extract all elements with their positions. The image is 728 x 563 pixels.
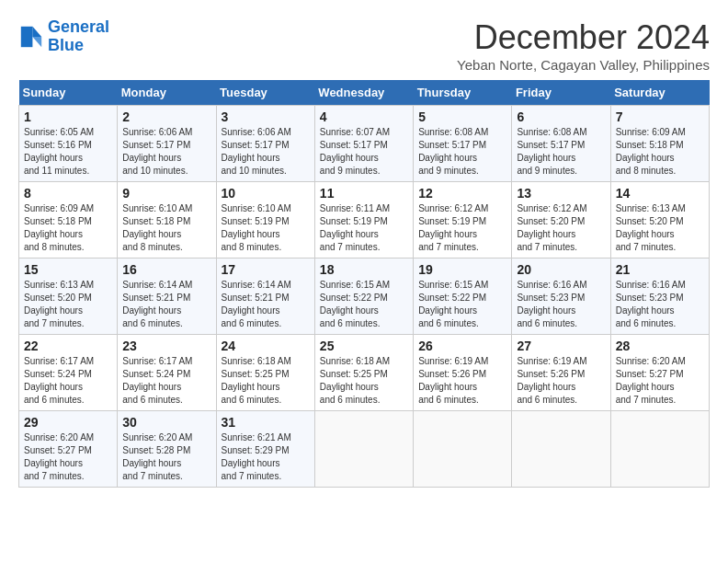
calendar-cell: 25 Sunrise: 6:18 AM Sunset: 5:25 PM Dayl… (314, 335, 413, 411)
calendar-cell: 21 Sunrise: 6:16 AM Sunset: 5:23 PM Dayl… (610, 259, 709, 335)
day-number: 16 (122, 262, 210, 277)
day-number: 15 (24, 262, 112, 277)
day-info: Sunrise: 6:20 AM Sunset: 5:27 PM Dayligh… (24, 431, 112, 483)
day-info: Sunrise: 6:11 AM Sunset: 5:19 PM Dayligh… (320, 202, 408, 254)
day-info: Sunrise: 6:19 AM Sunset: 5:26 PM Dayligh… (418, 355, 506, 407)
day-info: Sunrise: 6:13 AM Sunset: 5:20 PM Dayligh… (24, 279, 112, 330)
calendar-cell: 19 Sunrise: 6:15 AM Sunset: 5:22 PM Dayl… (414, 259, 512, 335)
calendar-cell: 10 Sunrise: 6:10 AM Sunset: 5:19 PM Dayl… (216, 182, 314, 259)
title-section: December 2024 Yeban Norte, Cagayan Valle… (457, 18, 710, 73)
calendar-cell: 6 Sunrise: 6:08 AM Sunset: 5:17 PM Dayli… (512, 106, 610, 182)
logo-icon (18, 24, 44, 50)
month-title: December 2024 (457, 18, 710, 57)
calendar-cell: 12 Sunrise: 6:12 AM Sunset: 5:19 PM Dayl… (414, 182, 512, 259)
calendar-cell: 27 Sunrise: 6:19 AM Sunset: 5:26 PM Dayl… (512, 335, 610, 411)
day-info: Sunrise: 6:14 AM Sunset: 5:21 PM Dayligh… (122, 279, 210, 330)
svg-marker-2 (21, 27, 33, 47)
day-number: 19 (418, 262, 506, 277)
day-number: 1 (24, 109, 112, 124)
day-number: 6 (517, 109, 605, 124)
day-info: Sunrise: 6:14 AM Sunset: 5:21 PM Dayligh… (222, 279, 310, 330)
calendar-cell: 26 Sunrise: 6:19 AM Sunset: 5:26 PM Dayl… (414, 335, 512, 411)
day-info: Sunrise: 6:10 AM Sunset: 5:18 PM Dayligh… (122, 202, 210, 254)
calendar-cell: 18 Sunrise: 6:15 AM Sunset: 5:22 PM Dayl… (314, 259, 413, 335)
calendar-cell: 29 Sunrise: 6:20 AM Sunset: 5:27 PM Dayl… (19, 411, 118, 488)
day-info: Sunrise: 6:21 AM Sunset: 5:29 PM Dayligh… (222, 431, 310, 483)
calendar-header-row: SundayMondayTuesdayWednesdayThursdayFrid… (19, 80, 710, 106)
calendar-cell: 22 Sunrise: 6:17 AM Sunset: 5:24 PM Dayl… (19, 335, 118, 411)
day-number: 23 (122, 339, 210, 353)
header-saturday: Saturday (610, 80, 709, 106)
day-number: 31 (222, 415, 310, 430)
day-info: Sunrise: 6:15 AM Sunset: 5:22 PM Dayligh… (418, 279, 506, 330)
calendar-cell: 1 Sunrise: 6:05 AM Sunset: 5:16 PM Dayli… (19, 106, 118, 182)
calendar-cell: 4 Sunrise: 6:07 AM Sunset: 5:17 PM Dayli… (314, 106, 413, 182)
day-number: 9 (122, 186, 210, 201)
day-number: 10 (222, 186, 310, 201)
calendar-cell: 2 Sunrise: 6:06 AM Sunset: 5:17 PM Dayli… (118, 106, 216, 182)
day-number: 20 (517, 262, 605, 277)
day-number: 25 (320, 339, 408, 353)
calendar-week-row: 15 Sunrise: 6:13 AM Sunset: 5:20 PM Dayl… (19, 259, 710, 335)
calendar-cell: 24 Sunrise: 6:18 AM Sunset: 5:25 PM Dayl… (216, 335, 314, 411)
day-info: Sunrise: 6:17 AM Sunset: 5:24 PM Dayligh… (24, 355, 112, 407)
day-number: 8 (24, 186, 112, 201)
calendar-cell: 20 Sunrise: 6:16 AM Sunset: 5:23 PM Dayl… (512, 259, 610, 335)
day-number: 17 (222, 262, 310, 277)
day-number: 4 (320, 109, 408, 124)
header-wednesday: Wednesday (314, 80, 413, 106)
logo-line2: Blue (48, 36, 84, 54)
header-sunday: Sunday (19, 80, 118, 106)
day-number: 2 (122, 109, 210, 124)
calendar-cell: 28 Sunrise: 6:20 AM Sunset: 5:27 PM Dayl… (610, 335, 709, 411)
day-number: 21 (616, 262, 704, 277)
day-info: Sunrise: 6:10 AM Sunset: 5:19 PM Dayligh… (222, 202, 310, 254)
calendar-cell: 31 Sunrise: 6:21 AM Sunset: 5:29 PM Dayl… (216, 411, 314, 488)
header-tuesday: Tuesday (216, 80, 314, 106)
day-number: 3 (222, 109, 310, 124)
day-info: Sunrise: 6:12 AM Sunset: 5:19 PM Dayligh… (418, 202, 506, 254)
page-header: General Blue December 2024 Yeban Norte, … (18, 18, 710, 73)
calendar-table: SundayMondayTuesdayWednesdayThursdayFrid… (18, 80, 710, 488)
calendar-cell: 11 Sunrise: 6:11 AM Sunset: 5:19 PM Dayl… (314, 182, 413, 259)
calendar-cell (414, 411, 512, 488)
day-number: 18 (320, 262, 408, 277)
day-info: Sunrise: 6:18 AM Sunset: 5:25 PM Dayligh… (222, 355, 310, 407)
day-number: 5 (418, 109, 506, 124)
calendar-cell (512, 411, 610, 488)
calendar-cell: 13 Sunrise: 6:12 AM Sunset: 5:20 PM Dayl… (512, 182, 610, 259)
calendar-cell: 23 Sunrise: 6:17 AM Sunset: 5:24 PM Dayl… (118, 335, 216, 411)
calendar-cell (314, 411, 413, 488)
day-info: Sunrise: 6:16 AM Sunset: 5:23 PM Dayligh… (517, 279, 605, 330)
calendar-cell: 8 Sunrise: 6:09 AM Sunset: 5:18 PM Dayli… (19, 182, 118, 259)
day-info: Sunrise: 6:09 AM Sunset: 5:18 PM Dayligh… (24, 202, 112, 254)
day-number: 7 (616, 109, 704, 124)
day-info: Sunrise: 6:20 AM Sunset: 5:28 PM Dayligh… (122, 431, 210, 483)
calendar-cell: 7 Sunrise: 6:09 AM Sunset: 5:18 PM Dayli… (610, 106, 709, 182)
calendar-cell: 17 Sunrise: 6:14 AM Sunset: 5:21 PM Dayl… (216, 259, 314, 335)
day-info: Sunrise: 6:16 AM Sunset: 5:23 PM Dayligh… (616, 279, 704, 330)
calendar-week-row: 22 Sunrise: 6:17 AM Sunset: 5:24 PM Dayl… (19, 335, 710, 411)
calendar-week-row: 8 Sunrise: 6:09 AM Sunset: 5:18 PM Dayli… (19, 182, 710, 259)
day-info: Sunrise: 6:13 AM Sunset: 5:20 PM Dayligh… (616, 202, 704, 254)
day-info: Sunrise: 6:20 AM Sunset: 5:27 PM Dayligh… (616, 355, 704, 407)
day-number: 30 (122, 415, 210, 430)
calendar-cell: 14 Sunrise: 6:13 AM Sunset: 5:20 PM Dayl… (610, 182, 709, 259)
day-number: 24 (222, 339, 310, 353)
calendar-cell: 15 Sunrise: 6:13 AM Sunset: 5:20 PM Dayl… (19, 259, 118, 335)
location-title: Yeban Norte, Cagayan Valley, Philippines (457, 57, 710, 73)
day-info: Sunrise: 6:15 AM Sunset: 5:22 PM Dayligh… (320, 279, 408, 330)
day-info: Sunrise: 6:08 AM Sunset: 5:17 PM Dayligh… (418, 126, 506, 178)
calendar-week-row: 1 Sunrise: 6:05 AM Sunset: 5:16 PM Dayli… (19, 106, 710, 182)
day-number: 29 (24, 415, 112, 430)
day-info: Sunrise: 6:05 AM Sunset: 5:16 PM Dayligh… (24, 126, 112, 178)
day-number: 13 (517, 186, 605, 201)
day-number: 27 (517, 339, 605, 353)
day-number: 28 (616, 339, 704, 353)
svg-marker-0 (32, 27, 41, 37)
calendar-cell: 30 Sunrise: 6:20 AM Sunset: 5:28 PM Dayl… (118, 411, 216, 488)
header-friday: Friday (512, 80, 610, 106)
day-info: Sunrise: 6:07 AM Sunset: 5:17 PM Dayligh… (320, 126, 408, 178)
logo-text: General Blue (48, 18, 109, 55)
day-number: 14 (616, 186, 704, 201)
